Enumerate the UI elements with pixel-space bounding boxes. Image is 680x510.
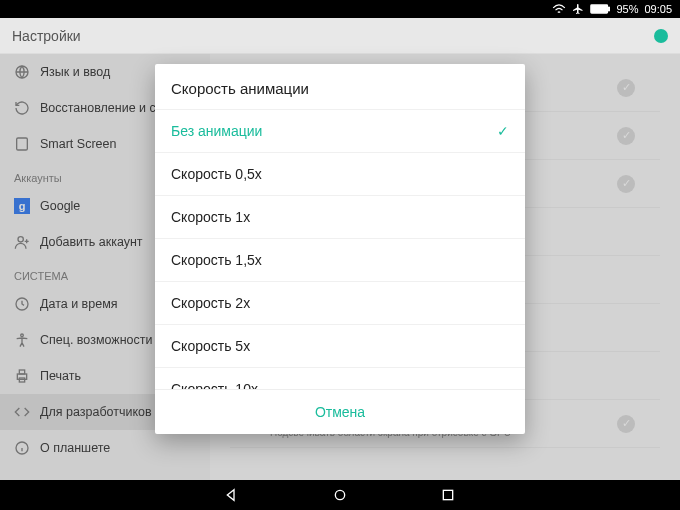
svg-rect-1 xyxy=(609,7,611,10)
option-label: Скорость 1,5x xyxy=(171,252,262,268)
master-toggle[interactable] xyxy=(654,29,668,43)
airplane-icon xyxy=(572,3,584,15)
dialog-title: Скорость анимации xyxy=(155,64,525,109)
home-button[interactable] xyxy=(331,486,349,504)
svg-rect-13 xyxy=(443,490,452,499)
dialog-option-5x[interactable]: Скорость 5x xyxy=(155,324,525,367)
dialog-option-2x[interactable]: Скорость 2x xyxy=(155,281,525,324)
clock-time: 09:05 xyxy=(644,3,672,15)
app-bar: Настройки xyxy=(0,18,680,54)
back-button[interactable] xyxy=(223,486,241,504)
battery-percent: 95% xyxy=(616,3,638,15)
modal-overlay[interactable]: Скорость анимации Без анимации ✓ Скорост… xyxy=(0,54,680,480)
svg-point-12 xyxy=(335,490,344,499)
option-label: Скорость 5x xyxy=(171,338,250,354)
animation-speed-dialog: Скорость анимации Без анимации ✓ Скорост… xyxy=(155,64,525,434)
check-icon: ✓ xyxy=(497,123,509,139)
wifi-icon xyxy=(552,3,566,15)
dialog-options-list: Без анимации ✓ Скорость 0,5x Скорость 1x… xyxy=(155,109,525,389)
dialog-option-15x[interactable]: Скорость 1,5x xyxy=(155,238,525,281)
dialog-option-no-animation[interactable]: Без анимации ✓ xyxy=(155,109,525,152)
option-label: Скорость 10x xyxy=(171,381,258,389)
svg-rect-2 xyxy=(592,6,607,13)
option-label: Скорость 0,5x xyxy=(171,166,262,182)
option-label: Без анимации xyxy=(171,123,262,139)
dialog-option-1x[interactable]: Скорость 1x xyxy=(155,195,525,238)
navigation-bar xyxy=(0,480,680,510)
dialog-option-10x[interactable]: Скорость 10x xyxy=(155,367,525,389)
page-title: Настройки xyxy=(12,28,81,44)
option-label: Скорость 2x xyxy=(171,295,250,311)
battery-icon xyxy=(590,4,610,14)
option-label: Скорость 1x xyxy=(171,209,250,225)
cancel-button[interactable]: Отмена xyxy=(155,389,525,434)
dialog-option-05x[interactable]: Скорость 0,5x xyxy=(155,152,525,195)
recent-button[interactable] xyxy=(439,486,457,504)
status-bar: 95% 09:05 xyxy=(0,0,680,18)
